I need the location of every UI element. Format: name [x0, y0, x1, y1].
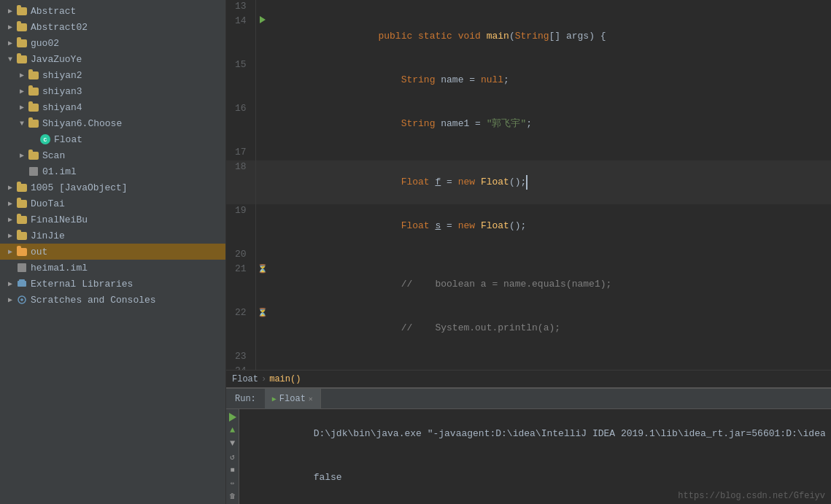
play-button[interactable]: [228, 412, 238, 422]
arrow-icon: ▶: [18, 71, 26, 80]
sidebar-item-duotai[interactable]: ▶ DuoTai: [0, 195, 225, 212]
folder-icon: [16, 182, 28, 193]
arrow-icon: ▶: [6, 7, 15, 15]
run-text: Run:: [235, 394, 256, 404]
folder-icon: [16, 53, 28, 65]
bookmark-icon: ⏳: [258, 309, 268, 317]
line-gutter: ⏳: [255, 263, 270, 306]
sidebar-item-label: JavaZuoYe: [31, 54, 82, 65]
code-line-19: 19 Float s = new Float();: [226, 204, 831, 248]
line-content: [270, 248, 831, 263]
sidebar-item-shiyan2[interactable]: ▶ shiyan2: [0, 67, 225, 83]
folder-icon: [28, 150, 39, 161]
arrow-icon: [18, 167, 26, 176]
code-line-17: 17: [226, 146, 831, 160]
code-line-15: 15 String name = null;: [226, 58, 831, 102]
arrow-icon: ▼: [18, 119, 26, 128]
sidebar-item-label: FinalNeiBu: [31, 214, 88, 225]
code-line-14: 14 public static void main(String[] args…: [226, 15, 831, 58]
sidebar-item-float[interactable]: C Float: [0, 131, 225, 147]
sidebar-item-scratches[interactable]: ▶ Scratches and Consoles: [0, 292, 225, 308]
line-number: 13: [226, 0, 255, 15]
line-number: 14: [226, 15, 255, 58]
clear-button[interactable]: 🗑: [228, 491, 238, 501]
rerun-button[interactable]: ↺: [228, 451, 238, 462]
arrow-icon: ▶: [18, 151, 26, 160]
line-content: public static void main(String[] args) {: [270, 15, 831, 58]
tab-label: Float: [279, 394, 306, 404]
bookmark-icon: ⏳: [258, 265, 268, 274]
arrow-icon: ▶: [6, 279, 15, 288]
close-tab-button[interactable]: ✕: [309, 395, 313, 403]
sidebar-item-javazuoye[interactable]: ▼ JavaZuoYe: [0, 51, 225, 67]
folder-orange-icon: [16, 246, 28, 257]
code-line-18: 18 Float f = new Float();: [226, 160, 831, 204]
arrow-icon: ▶: [6, 231, 15, 240]
line-content: Float f = new Float();: [270, 160, 831, 204]
sidebar-item-abstract02[interactable]: ▶ Abstract02: [0, 19, 225, 35]
sidebar-item-label: shiyan4: [42, 102, 82, 113]
sidebar-item-scan[interactable]: ▶ Scan: [0, 147, 225, 163]
console-toolbar: ▲ ▼ ↺ ■ ⇔ 🗑: [226, 409, 239, 504]
code-line-22: 22 ⏳ // System.out.println(a);: [226, 306, 831, 350]
folder-icon: [28, 85, 39, 97]
sidebar-item-label: guo02: [31, 38, 59, 49]
tab-icon: ▶: [272, 395, 277, 403]
line-gutter: [255, 365, 270, 370]
code-editor[interactable]: 13 14 public static void main(String[] a…: [226, 0, 831, 370]
wrap-button[interactable]: ⇔: [228, 478, 238, 488]
arrow-icon: ▶: [6, 199, 15, 208]
arrow-icon: ▶: [6, 183, 15, 192]
stop-down-button[interactable]: ▼: [228, 438, 238, 449]
stop-button[interactable]: ■: [228, 465, 238, 475]
run-gutter-icon[interactable]: [260, 16, 266, 23]
sidebar-item-jinjie[interactable]: ▶ JinJie: [0, 228, 225, 244]
line-number: 18: [226, 160, 255, 204]
sidebar-item-shiyan6choose[interactable]: ▼ Shiyan6.Choose: [0, 115, 225, 131]
folder-icon: [16, 37, 28, 49]
sidebar-item-finalnibu[interactable]: ▶ FinalNeiBu: [0, 212, 225, 228]
iml-icon: [16, 262, 28, 274]
arrow-icon: ▶: [18, 103, 26, 112]
console-tab-float[interactable]: ▶ Float ✕: [265, 389, 321, 409]
tree-content: ▶ Abstract ▶ Abstract02 ▶ guo02 ▼ JavaZu…: [0, 0, 225, 504]
sidebar-item-guo02[interactable]: ▶ guo02: [0, 35, 225, 51]
sidebar-item-shiyan4[interactable]: ▶ shiyan4: [0, 99, 225, 115]
sidebar-item-abstract[interactable]: ▶ Abstract: [0, 3, 225, 19]
folder-icon: [28, 101, 39, 113]
line-number: 15: [226, 58, 255, 102]
code-table: 13 14 public static void main(String[] a…: [226, 0, 831, 370]
line-content: String name = null;: [270, 58, 831, 102]
sidebar-item-label: out: [31, 247, 47, 257]
arrow-icon: ▶: [6, 247, 15, 256]
sidebar-item-01iml[interactable]: 01.iml: [0, 163, 225, 179]
line-content: String name1 = "郭飞宇";: [270, 102, 831, 146]
sidebar-item-heima1iml[interactable]: heima1.iml: [0, 260, 225, 276]
sidebar-item-shiyan3[interactable]: ▶ shiyan3: [0, 83, 225, 99]
class-icon: C: [39, 133, 51, 145]
run-label: Run:: [226, 394, 265, 404]
sidebar-item-label: heima1.iml: [31, 263, 88, 274]
line-gutter: [255, 58, 270, 102]
arrow-icon: ▶: [6, 39, 15, 47]
sidebar-item-extlib[interactable]: ▶ External Libraries: [0, 276, 225, 292]
folder-icon: [28, 117, 39, 129]
line-gutter: [255, 350, 270, 365]
arrow-icon: [29, 135, 38, 144]
sidebar-item-out[interactable]: ▶ out: [0, 244, 225, 260]
watermark-text: https://blog.csdn.net/Gfeiyv: [678, 491, 825, 501]
stop-up-button[interactable]: ▲: [228, 425, 238, 435]
folder-icon: [16, 230, 28, 241]
line-gutter: ⏳: [255, 306, 270, 350]
line-gutter: [255, 15, 270, 58]
line-gutter: [255, 0, 270, 15]
line-number: 20: [226, 248, 255, 263]
sidebar-item-label: Abstract02: [31, 22, 88, 33]
bottom-tabs: Run: ▶ Float ✕: [226, 389, 831, 409]
breadcrumb: Float › main(): [226, 370, 831, 387]
folder-icon: [16, 5, 28, 17]
line-content: boolean x = Objects. equals(name, name1)…: [270, 365, 831, 370]
sidebar-item-label: Shiyan6.Choose: [42, 118, 122, 129]
sidebar-item-1005[interactable]: ▶ 1005 [JavaObject]: [0, 179, 225, 195]
line-gutter: [255, 248, 270, 263]
